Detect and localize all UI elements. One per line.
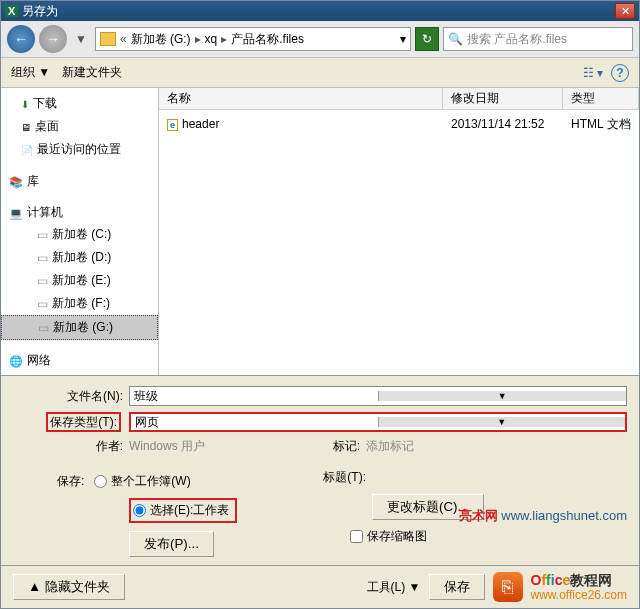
- back-button[interactable]: ←: [7, 25, 35, 53]
- filename-input[interactable]: 班级▼: [129, 386, 627, 406]
- hide-folders-button[interactable]: ▲ 隐藏文件夹: [13, 574, 125, 600]
- file-row[interactable]: header 2013/11/14 21:52 HTML 文档: [159, 110, 639, 132]
- tags-value[interactable]: 添加标记: [366, 438, 414, 455]
- author-value[interactable]: Windows 用户: [129, 438, 205, 455]
- tools-menu[interactable]: 工具(L) ▼: [367, 579, 421, 596]
- path-dir1[interactable]: xq: [205, 32, 218, 46]
- new-folder-button[interactable]: 新建文件夹: [62, 64, 122, 81]
- search-placeholder: 搜索 产品名称.files: [467, 31, 567, 48]
- address-bar[interactable]: « 新加卷 (G:) ▸ xq ▸ 产品名称.files ▾: [95, 27, 411, 51]
- tree-drive-f[interactable]: 新加卷 (F:): [1, 292, 158, 315]
- refresh-button[interactable]: ↻: [415, 27, 439, 51]
- filetype-combo[interactable]: 网页▼: [129, 412, 627, 432]
- watermark-office26: Office教程网 www.office26.com: [531, 572, 628, 602]
- search-icon: 🔍: [448, 32, 463, 46]
- title-label: 标题(T):: [320, 469, 372, 486]
- tree-libraries[interactable]: 库: [1, 171, 158, 192]
- tree-drive-g[interactable]: 新加卷 (G:): [1, 315, 158, 340]
- publish-button[interactable]: 发布(P)...: [129, 531, 214, 557]
- author-label: 作者:: [13, 438, 129, 455]
- save-button[interactable]: 保存: [429, 574, 485, 600]
- path-drive[interactable]: 新加卷 (G:): [131, 31, 191, 48]
- office-logo-icon: ⎘: [493, 572, 523, 602]
- path-dir2[interactable]: 产品名称.files: [231, 31, 304, 48]
- tags-label: 标记:: [320, 438, 366, 455]
- thumbnail-checkbox[interactable]: 保存缩略图: [320, 528, 627, 545]
- folder-icon: [100, 32, 116, 46]
- close-button[interactable]: ✕: [615, 3, 635, 19]
- organize-menu[interactable]: 组织 ▼: [11, 64, 50, 81]
- tree-recent[interactable]: 最近访问的位置: [1, 138, 158, 161]
- nav-tree: 下载 桌面 最近访问的位置 库 计算机 新加卷 (C:) 新加卷 (D:) 新加…: [1, 88, 159, 375]
- radio-selection[interactable]: 选择(E):工作表: [13, 494, 320, 527]
- watermark-liangshunet: 亮术网 www.liangshunet.com: [459, 507, 627, 525]
- filetype-label: 保存类型(T):: [46, 412, 121, 432]
- column-headers[interactable]: 名称 修改日期 类型: [159, 88, 639, 110]
- view-button[interactable]: ☷ ▾: [581, 63, 605, 83]
- titlebar: X 另存为 ✕: [1, 1, 639, 21]
- tree-drive-e[interactable]: 新加卷 (E:): [1, 269, 158, 292]
- tree-network[interactable]: 网络: [1, 350, 158, 371]
- filename-label: 文件名(N):: [13, 388, 129, 405]
- col-date[interactable]: 修改日期: [443, 88, 563, 109]
- file-list: 名称 修改日期 类型 header 2013/11/14 21:52 HTML …: [159, 88, 639, 375]
- help-button[interactable]: ?: [611, 64, 629, 82]
- html-file-icon: [167, 117, 178, 131]
- search-input[interactable]: 🔍 搜索 产品名称.files: [443, 27, 633, 51]
- tree-computer[interactable]: 计算机: [1, 202, 158, 223]
- forward-button[interactable]: →: [39, 25, 67, 53]
- history-dropdown[interactable]: ▼: [71, 32, 91, 46]
- col-name[interactable]: 名称: [159, 88, 443, 109]
- col-type[interactable]: 类型: [563, 88, 639, 109]
- tree-desktop[interactable]: 桌面: [1, 115, 158, 138]
- app-icon: X: [5, 5, 18, 17]
- tree-drive-d[interactable]: 新加卷 (D:): [1, 246, 158, 269]
- toolbar: 组织 ▼ 新建文件夹 ☷ ▾ ?: [1, 58, 639, 88]
- radio-whole-workbook[interactable]: 保存: 整个工作簿(W): [13, 469, 320, 494]
- tree-downloads[interactable]: 下载: [1, 92, 158, 115]
- tree-drive-c[interactable]: 新加卷 (C:): [1, 223, 158, 246]
- navbar: ← → ▼ « 新加卷 (G:) ▸ xq ▸ 产品名称.files ▾ ↻ 🔍…: [1, 21, 639, 58]
- window-title: 另存为: [22, 3, 615, 20]
